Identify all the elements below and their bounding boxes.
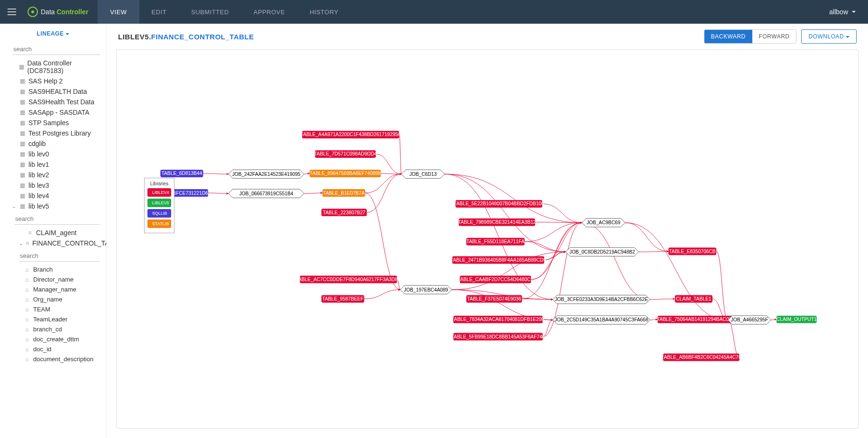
- library-item[interactable]: ▦lib lev2: [0, 170, 106, 180]
- download-button[interactable]: DOWNLOAD: [801, 29, 857, 44]
- library-item[interactable]: ▦STP Samples: [0, 118, 106, 128]
- column-search-input[interactable]: [19, 250, 100, 262]
- table-node[interactable]: TABLE_89647569BA6EF740898: [310, 170, 381, 177]
- column-item[interactable]: ⌂doc_create_dttm: [0, 334, 106, 344]
- edge: [582, 223, 650, 300]
- table-icon: ⌗: [27, 229, 33, 236]
- sidebar-head[interactable]: LINEAGE: [0, 24, 106, 42]
- library-item[interactable]: ⌄▦lib lev5: [0, 201, 106, 211]
- table-node[interactable]: TABLE_F37E5074E9036: [466, 295, 522, 303]
- forward-button[interactable]: FORWARD: [752, 30, 796, 43]
- nav-history[interactable]: HISTORY: [297, 0, 351, 24]
- edge: [304, 173, 310, 174]
- job-node[interactable]: JOB_2C5D149C35A1BA4A90745C3FA668: [553, 316, 650, 324]
- table-node[interactable]: TABLE_AC7CC0DDE7F8D940A6217FF3A3D8C: [296, 276, 402, 283]
- nav-view[interactable]: VIEW: [98, 0, 139, 24]
- svg-text:TABLE_B1E07B7A: TABLE_B1E07B7A: [323, 191, 365, 196]
- table-node[interactable]: TABLE_9587BEEF: [321, 295, 364, 303]
- edge: [208, 193, 228, 193]
- job-node[interactable]: JOB_AC9BC69: [582, 219, 625, 227]
- column-item[interactable]: ⌂TEAM: [0, 304, 106, 314]
- job-node[interactable]: JOB_3CFE0233A3D9E14BA2CFBB6C62E: [553, 295, 650, 304]
- table-node[interactable]: TABLE_2471B936405B8F4AA165AB89CD9: [450, 256, 546, 264]
- column-item[interactable]: ⌂branch_cd: [0, 324, 106, 334]
- library-item[interactable]: ▦lib lev0: [0, 149, 106, 159]
- column-item[interactable]: ⌂Org_name: [0, 294, 106, 304]
- backward-button[interactable]: BACKWARD: [704, 30, 752, 43]
- tag-icon: ⌂: [24, 326, 30, 333]
- job-node[interactable]: JOB_C6D13: [402, 170, 445, 178]
- edge: [625, 223, 668, 251]
- table-item[interactable]: ⌄⌗FINANCE_CONTROL_TABLE: [0, 238, 106, 248]
- table-node[interactable]: TABLE_7834A32ACA61704081DFB1E20E: [451, 316, 545, 323]
- table-node[interactable]: TABLE_798989CBE321414EA3B12: [458, 219, 536, 226]
- library-item[interactable]: ▦Data Controller (DC875183): [0, 58, 106, 76]
- chevron-down-icon: [65, 33, 69, 35]
- svg-text:JOB_066673919C551B4: JOB_066673919C551B4: [239, 191, 293, 196]
- table-node[interactable]: TABLE_B1E07B7A: [322, 189, 365, 197]
- table-search-input[interactable]: [14, 213, 100, 225]
- edge: [452, 290, 553, 320]
- collapse-icon[interactable]: ⌄: [11, 203, 16, 210]
- library-item[interactable]: ▦lib lev4: [0, 191, 106, 201]
- user-menu[interactable]: allbow: [817, 8, 868, 16]
- column-item[interactable]: ⌂Director_name: [0, 274, 106, 284]
- library-item[interactable]: ▦SAS9Health Test Data: [0, 97, 106, 107]
- grid-icon: ▦: [19, 140, 26, 147]
- table-node[interactable]: CLAIM_TABLE1: [675, 295, 713, 303]
- column-item[interactable]: ⌂Branch: [0, 265, 106, 274]
- library-item[interactable]: ▦SASApp - SASDATA: [0, 107, 106, 118]
- table-node[interactable]: TABLE_CAABF2D7CC54D6480C1: [457, 276, 533, 283]
- library-item[interactable]: ▦lib lev1: [0, 159, 106, 170]
- collapse-icon[interactable]: ⌄: [19, 240, 23, 246]
- nav-approve[interactable]: APPROVE: [241, 0, 297, 24]
- job-node[interactable]: JOB_0C8DB2D5219AC948B2: [566, 247, 639, 256]
- job-node[interactable]: JOB_066673919C551B4: [228, 189, 304, 198]
- table-node[interactable]: TABLE_7D571C098AD9DD4: [314, 150, 377, 158]
- library-item[interactable]: ▦SAS Help 2: [0, 76, 106, 86]
- column-item[interactable]: ⌂Manager_name: [0, 284, 106, 294]
- table-node[interactable]: TABLE_E8350706CB: [668, 247, 716, 255]
- topbar: Data Controller VIEWEDITSUBMITTEDAPPROVE…: [0, 0, 868, 24]
- job-node[interactable]: JOB_197EBC4A089: [400, 285, 451, 294]
- table-node[interactable]: TABLE_AB6BF4B2C6C04245A4C76: [661, 354, 741, 361]
- nav-edit[interactable]: EDIT: [139, 0, 179, 24]
- column-item[interactable]: ⌂document_description: [0, 354, 106, 364]
- lineage-graph[interactable]: TABLE_6D813B44TABLE_BFCE731221D6TABLE_A4…: [117, 50, 858, 428]
- table-node[interactable]: TABLE_F55D118EA711FA: [466, 238, 525, 246]
- tag-icon: ⌂: [24, 356, 30, 363]
- main-head: LIBLEV5.FINANCE_CONTROL_TABLE BACKWARD F…: [107, 24, 868, 47]
- svg-text:TABLE_AC7CC0DDE7F8D940A6217FF3: TABLE_AC7CC0DDE7F8D940A6217FF3A3D8C: [296, 277, 402, 282]
- grid-icon: ▦: [19, 119, 26, 126]
- table-node[interactable]: TABLE_5FB99E18DC8BB145A53F6AF746: [451, 333, 545, 340]
- job-node[interactable]: JOB_242FAA2E14523E419095: [228, 170, 304, 178]
- library-item[interactable]: ▦SAS9HEALTH Data: [0, 86, 106, 97]
- table-node[interactable]: CLAIM_OUTPUT1: [777, 316, 817, 323]
- svg-text:CLAIM_OUTPUT1: CLAIM_OUTPUT1: [777, 317, 817, 322]
- table-node[interactable]: TABLE_5E22B1048007B04BBD2FDB100: [454, 200, 544, 208]
- column-item[interactable]: ⌂doc_id: [0, 344, 106, 354]
- table-item[interactable]: ⌗CLAIM_agent: [0, 228, 106, 238]
- library-item[interactable]: ▦Test Postgres Library: [0, 128, 106, 138]
- grid-icon: ▦: [19, 78, 26, 84]
- grid-icon: ▦: [19, 99, 26, 105]
- brand[interactable]: Data Controller: [24, 7, 98, 17]
- library-search-input[interactable]: [12, 44, 100, 55]
- grid-icon: ▦: [19, 109, 26, 116]
- column-item[interactable]: ⌂TeamLeader: [0, 314, 106, 324]
- menu-icon[interactable]: [0, 0, 24, 24]
- library-item[interactable]: ▦lib lev3: [0, 180, 106, 191]
- nav-submitted[interactable]: SUBMITTED: [179, 0, 241, 24]
- table-node[interactable]: TABLE_A4A971A2200C1F438BD2617192956: [301, 131, 401, 138]
- table-node[interactable]: TABLE_223807B27: [321, 209, 367, 216]
- grid-icon: ▦: [19, 172, 26, 178]
- library-item[interactable]: ▦cdglib: [0, 138, 106, 149]
- table-node[interactable]: TABLE_6D813B44: [160, 170, 203, 177]
- job-node[interactable]: JOB_A4665295F: [728, 316, 771, 324]
- svg-text:JOB_3CFE0233A3D9E14BA2CFBB6C62: JOB_3CFE0233A3D9E14BA2CFBB6C62E: [555, 297, 648, 302]
- legend-chip: STATLIB: [147, 219, 171, 228]
- legend-title: Libraries: [147, 181, 171, 186]
- tag-icon: ⌂: [24, 306, 30, 313]
- lineage-canvas[interactable]: TABLE_6D813B44TABLE_BFCE731221D6TABLE_A4…: [116, 49, 859, 429]
- grid-icon: ▦: [19, 88, 26, 95]
